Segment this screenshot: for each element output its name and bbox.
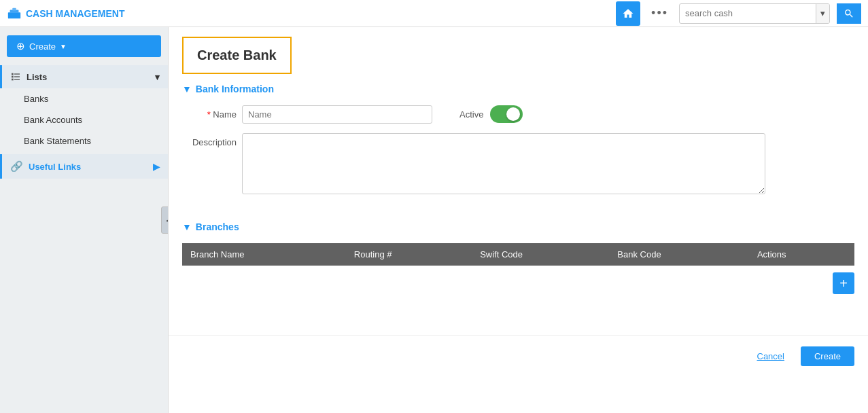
create-button-label: Create — [29, 41, 56, 52]
useful-links-chevron-icon: ▶ — [153, 162, 160, 172]
svg-rect-0 — [8, 12, 20, 18]
col-routing: Routing # — [346, 243, 472, 266]
svg-rect-8 — [14, 79, 20, 79]
sidebar: ⊕ Create ▼ Lists ▾ Banks Bank Ac — [0, 27, 169, 413]
branches-table: Branch Name Routing # Swift Code Bank Co… — [182, 243, 854, 266]
create-button[interactable]: ⊕ Create ▼ — [7, 35, 161, 57]
home-icon — [622, 7, 634, 20]
svg-rect-7 — [12, 79, 14, 81]
search-submit-button[interactable] — [837, 3, 861, 24]
useful-links-label: Useful Links — [29, 162, 81, 172]
app-logo: CASH MANAGEMENT — [7, 6, 124, 21]
main-content: Create Bank ▼ Bank Information * Name Ac… — [169, 27, 868, 413]
collapse-icon: ◀ — [166, 216, 169, 225]
search-wrapper: ▾ — [679, 3, 830, 24]
sidebar-collapse-button[interactable]: ◀ — [161, 206, 169, 234]
lists-label: Lists — [27, 72, 47, 82]
description-textarea[interactable] — [242, 133, 765, 194]
svg-rect-4 — [14, 73, 20, 74]
name-row: * Name Active — [182, 105, 854, 124]
useful-links-icon: 🔗 — [10, 160, 23, 173]
create-action-button[interactable]: Create — [801, 346, 854, 366]
branches-chevron-icon: ▼ — [182, 221, 192, 232]
branches-title: ▼ Branches — [182, 221, 854, 232]
svg-rect-2 — [12, 7, 16, 10]
name-field: * Name — [182, 105, 432, 124]
col-swift-code: Swift Code — [472, 243, 609, 266]
bank-info-chevron-icon: ▼ — [182, 84, 192, 94]
svg-rect-6 — [14, 76, 20, 77]
active-label: Active — [459, 109, 483, 120]
sidebar-item-bank-accounts[interactable]: Bank Accounts — [0, 109, 168, 130]
col-actions: Actions — [749, 243, 854, 266]
top-nav: CASH MANAGEMENT ••• ▾ — [0, 0, 868, 27]
app-title: CASH MANAGEMENT — [26, 8, 124, 19]
col-branch-name: Branch Name — [182, 243, 346, 266]
bank-info-section: ▼ Bank Information * Name Active — [169, 84, 868, 221]
lists-icon — [10, 71, 21, 82]
table-header-row: Branch Name Routing # Swift Code Bank Co… — [182, 243, 854, 266]
add-icon: + — [839, 276, 848, 291]
sidebar-item-banks[interactable]: Banks — [0, 88, 168, 109]
cancel-button[interactable]: Cancel — [748, 346, 794, 366]
active-field: Active — [459, 105, 523, 123]
description-row: Description — [182, 133, 854, 194]
required-marker: * — [207, 109, 211, 120]
name-label: * Name — [182, 109, 237, 120]
app-icon — [7, 6, 22, 21]
search-icon — [844, 8, 854, 19]
bank-info-title: ▼ Bank Information — [182, 84, 854, 94]
svg-rect-5 — [12, 76, 14, 78]
active-toggle[interactable] — [490, 105, 523, 123]
toggle-slider — [490, 105, 523, 123]
sidebar-item-useful-links[interactable]: 🔗 Useful Links ▶ — [0, 154, 168, 179]
add-branch-button[interactable]: + — [833, 272, 854, 294]
more-options-button[interactable]: ••• — [647, 6, 672, 20]
home-button[interactable] — [616, 1, 640, 26]
search-dropdown-button[interactable]: ▾ — [816, 4, 829, 23]
sidebar-item-bank-statements[interactable]: Bank Statements — [0, 130, 168, 151]
branches-section: ▼ Branches Branch Name Routing # Swift C… — [169, 221, 868, 308]
name-input[interactable] — [242, 105, 432, 124]
main-layout: ⊕ Create ▼ Lists ▾ Banks Bank Ac — [0, 27, 868, 413]
col-bank-code: Bank Code — [609, 243, 749, 266]
lists-chevron-icon: ▾ — [155, 72, 160, 82]
page-title: Create Bank — [182, 37, 292, 74]
sidebar-item-lists[interactable]: Lists ▾ — [0, 65, 168, 88]
footer-actions: Cancel Create — [169, 335, 868, 377]
search-input[interactable] — [680, 8, 816, 18]
svg-rect-3 — [12, 73, 14, 75]
create-chevron-icon: ▼ — [60, 43, 67, 50]
description-label: Description — [182, 133, 237, 147]
